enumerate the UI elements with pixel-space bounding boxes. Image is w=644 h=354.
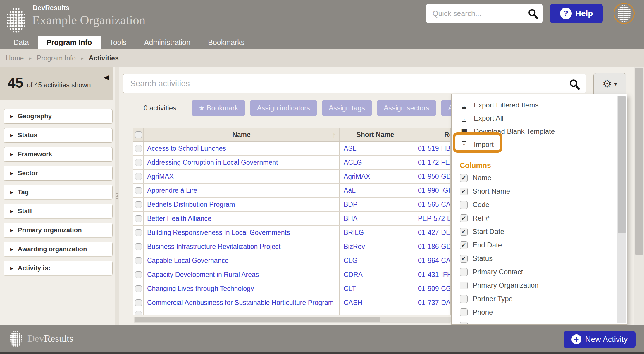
activity-ref-link[interactable]: 01-431-IFH- [411,271,450,279]
filter-primary-organization[interactable]: ▶Primary organization [4,223,113,237]
activity-name-link[interactable]: Business Infrastructure Revitalization P… [147,243,280,251]
menu-item-export-filtered-items[interactable]: ↓Export Filtered Items [452,98,627,112]
menu-column-short-name[interactable]: ✔Short Name [452,185,627,198]
menu-column-phone[interactable]: Phone [452,306,627,319]
menu-column-status[interactable]: ✔Status [452,252,627,265]
filter-framework[interactable]: ▶Framework [4,147,113,162]
filter-awarding-organization[interactable]: ▶Awarding organization [4,242,113,256]
menu-column-name[interactable]: ✔Name [452,171,627,185]
column-checkbox[interactable] [460,322,468,325]
activity-short-name-link[interactable]: AgriMAX [344,173,370,181]
activity-name-link[interactable]: Changing Lives through Technology [147,285,254,293]
row-checkbox[interactable] [135,229,142,236]
activity-ref-link[interactable]: 01-950-GDC [411,173,450,181]
menu-column-partial[interactable] [452,319,627,325]
activity-short-name-link[interactable]: ACLG [344,159,362,166]
bookmark-button[interactable]: ★Bookmark [192,100,245,116]
column-checkbox[interactable] [460,282,468,289]
menu-column-code[interactable]: Code [452,198,627,211]
filter-activity-is[interactable]: ▶Activity is: [4,261,113,275]
menu-item-download-blank-template[interactable]: ▤Download Blank Template [452,125,627,138]
menu-column-primary-organization[interactable]: Primary Organization [452,279,627,292]
activity-name-link[interactable]: Building Responsiveness In Local Governm… [147,229,290,237]
new-activity-button[interactable]: + New Activity [564,331,636,348]
activity-name-link[interactable]: Capable Local Governance [147,257,229,265]
activity-ref-link[interactable]: 01-990-IGI-C [411,187,450,195]
row-checkbox[interactable] [135,257,142,264]
activity-short-name-link[interactable]: CLG [344,257,357,265]
activity-short-name-link[interactable]: CASH [344,299,362,307]
assign-sectors-button[interactable]: Assign sectors [377,100,436,116]
search-icon[interactable] [528,8,538,20]
page-vertical-scrollbar[interactable] [634,67,644,325]
activity-ref-link[interactable]: 01-964-CAF- [411,257,450,265]
activity-ref-link[interactable]: PEP-572-BO [411,215,450,223]
quick-search-input[interactable] [433,4,526,23]
column-checkbox[interactable] [460,308,468,316]
activity-ref-link[interactable]: 01-172-FEE- [411,159,450,166]
row-checkbox[interactable] [135,201,142,208]
column-checkbox[interactable] [460,201,468,209]
column-checkbox-checked[interactable]: ✔ [460,241,468,249]
activity-name-link[interactable]: Commercial Agribusiness for Sustainable … [147,299,334,307]
help-button[interactable]: ? Help [550,4,603,23]
breadcrumb-link-program-info[interactable]: Program Info [37,54,76,62]
sidebar-collapse-icon[interactable]: ◀ [104,74,109,81]
menu-column-end-date[interactable]: ✔End Date [452,238,627,252]
activity-name-link[interactable]: Capacity Development in Rural Areas [147,271,259,279]
tab-tools[interactable]: Tools [101,36,135,49]
activity-name-link[interactable]: Bednets Distribution Program [147,201,235,209]
menu-column-ref[interactable]: ✔Ref # [452,211,627,225]
column-checkbox[interactable] [460,295,468,303]
menu-column-partner-type[interactable]: Partner Type [452,292,627,306]
column-checkbox-checked[interactable]: ✔ [460,228,468,236]
activity-short-name-link[interactable]: BHA [344,215,357,223]
activity-ref-link[interactable]: 01-565-CAE- [411,201,450,209]
table-horizontal-scrollbar[interactable] [134,317,451,323]
dropdown-scrollbar[interactable] [617,96,626,323]
assign-indicators-button[interactable]: Assign indicators [250,100,317,116]
activity-short-name-link[interactable]: BRILG [344,229,364,237]
row-checkbox[interactable] [135,299,142,306]
row-checkbox[interactable] [135,173,142,180]
tab-administration[interactable]: Administration [135,36,199,49]
activity-ref-link[interactable]: 01-427-DEB [411,229,450,237]
row-checkbox[interactable] [135,145,142,152]
tab-program-info[interactable]: Program Info [38,36,101,49]
activity-short-name-link[interactable]: CLT [344,285,356,293]
user-avatar[interactable] [614,3,635,24]
filter-staff[interactable]: ▶Staff [4,204,113,218]
search-icon[interactable] [569,79,580,91]
activity-name-link[interactable]: Addressing Corruption in Local Governmen… [147,159,278,166]
column-checkbox-checked[interactable]: ✔ [460,255,468,263]
column-checkbox-checked[interactable]: ✔ [460,214,468,222]
activity-ref-link[interactable]: 01-737-DAF [411,299,450,307]
activity-name-link[interactable]: AgriMAX [147,173,174,181]
menu-item-import[interactable]: ↑Import [452,138,627,151]
sidebar-resize-handle[interactable] [115,67,119,325]
activity-ref-link[interactable]: 01-186-GDC [411,243,450,251]
row-checkbox[interactable] [135,271,142,278]
activity-short-name-link[interactable]: ASL [344,145,356,152]
tab-bookmarks[interactable]: Bookmarks [199,36,253,49]
name-column-header[interactable]: Name↑ [144,128,340,141]
column-checkbox-checked[interactable]: ✔ [460,188,468,195]
menu-column-start-date[interactable]: ✔Start Date [452,225,627,238]
activity-ref-link[interactable]: 01-909-CGI- [411,285,450,293]
table-options-gear-button[interactable]: ⚙ ▾ [593,73,626,94]
row-checkbox[interactable] [135,285,142,292]
column-checkbox-checked[interactable]: ✔ [460,174,468,182]
activity-short-name-link[interactable]: AàL [344,187,356,195]
row-checkbox[interactable] [135,215,142,222]
activity-short-name-link[interactable]: BizRev [344,243,365,251]
assign-tags-button[interactable]: Assign tags [322,100,372,116]
activity-name-link[interactable]: Access to School Lunches [147,145,226,152]
filter-status[interactable]: ▶Status [4,128,113,143]
menu-item-export-all[interactable]: ↓Export All [452,112,627,125]
filter-tag[interactable]: ▶Tag [4,185,113,199]
breadcrumb-link-home[interactable]: Home [6,54,24,62]
activity-name-link[interactable]: Apprendre à Lire [147,187,197,195]
scrollbar-thumb[interactable] [135,317,380,322]
activity-name-link[interactable]: Better Health Alliance [147,215,211,223]
menu-column-primary-contact[interactable]: Primary Contact [452,265,627,279]
